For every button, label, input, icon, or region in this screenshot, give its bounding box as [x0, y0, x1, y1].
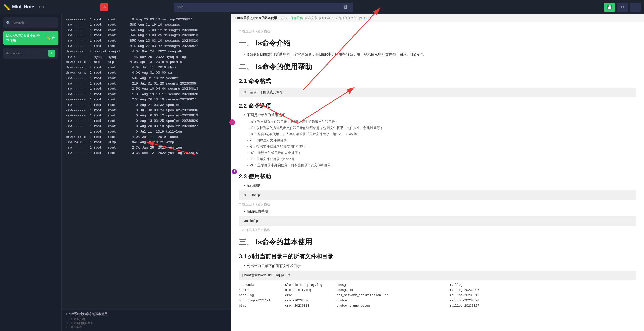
sidebar-note-item[interactable]: Linux系统之ls命令的基本使用 ✏️ 🗑: [3, 31, 58, 45]
opt-l: - `-l`：以长列表的方式列出文件和目录的详细信息，包括文件权限、文件大小、创…: [247, 125, 636, 131]
table-cell: maillog-20230820: [450, 298, 636, 303]
note-delete-icon[interactable]: 🗑: [52, 35, 55, 41]
editor-section1-bullet: ls命令是Linux操作系统中的一个常用命令，在Linux中是使用率较高，用于显…: [244, 51, 636, 58]
toc-item: 2.1 命令格式: [66, 325, 82, 328]
section2-2-intro: 下面是ls命令的常用选项: [244, 112, 636, 118]
note-edit-icon[interactable]: ✏️: [46, 35, 51, 41]
sidebar-search-input[interactable]: [13, 21, 55, 25]
editor-section2-2-heading: 2.2 命令选项: [239, 101, 636, 111]
content-area: -rw------- 1 root root 0 Aug 20 03:10 ma…: [62, 14, 644, 331]
topbar-search-input[interactable]: [177, 5, 342, 9]
section2-title: ls命令的使用帮助: [256, 61, 312, 73]
editor-user: jks212454: [319, 16, 333, 20]
more-button[interactable]: ⋯: [630, 3, 641, 12]
editor-topbar: Linux系统之ls命令的基本使用 17/100 保存草稿 发布文章 jks21…: [231, 14, 644, 22]
editor-action-draft[interactable]: 保存草稿: [291, 16, 303, 20]
search-icon: 🔍: [6, 21, 11, 25]
table-cell: cloud-init.log: [285, 288, 337, 293]
editor-section2-heading: 二、 ls命令的使用帮助: [239, 61, 636, 73]
table-cell: maillog-20230806: [450, 288, 636, 293]
file-line: -rw------- 1 root root 84K Aug 13 03:25 …: [66, 33, 227, 38]
table-cell: audit: [239, 288, 285, 293]
editor-img-placeholder-2: ☐ 在这里插入图片描述: [239, 202, 636, 207]
file-line: -rw------- 1 root root 53K Aug 31 18:22 …: [66, 76, 227, 81]
table-row-4: boot.log-20221121 cron-20230806 grubby m…: [239, 298, 636, 303]
add-note-input[interactable]: [6, 51, 46, 55]
editor-img-placeholder-3: ☐ 在这里插入图片描述: [239, 227, 636, 233]
app-logo: ✏️ Mini_Note BETA: [3, 4, 44, 11]
table-row-2: audit cloud-init.log dmesg.old maillog-2…: [239, 288, 636, 293]
section1-title: ls命令介绍: [256, 37, 291, 49]
file-line: -rw------- 1 root root 0 Aug 20 03:10 sp…: [66, 124, 227, 129]
editor-doc-title: Linux系统之ls命令的基本使用: [235, 16, 277, 20]
section2-num: 二、: [239, 61, 253, 73]
section2-2-title: 2.2 命令选项: [239, 101, 271, 111]
file-line: -rw------- 1 root root 87K Aug 27 03:32 …: [66, 44, 227, 49]
editor-progress: 17/100: [279, 16, 288, 20]
file-line: -rw------- 1 root root 0 Jul 11 2019 tal…: [66, 129, 227, 135]
file-panel: -rw------- 1 root root 0 Aug 20 03:10 ma…: [62, 14, 231, 331]
file-line: -rw------- 1 root root 0 Aug 6 03:12 spo…: [66, 113, 227, 118]
add-note-button[interactable]: +: [48, 50, 55, 57]
table-row-3: boot.log cron ecs_network_optimization.l…: [239, 293, 636, 298]
table-cell: boot.log: [239, 293, 285, 298]
section2-3-code1: ls --help: [239, 190, 636, 200]
editor-section3-heading: 三、 ls命令的基本使用: [239, 236, 636, 248]
file-line: drwxr-xr-x 2 root root 4.0K Jul 11 2019 …: [66, 65, 227, 70]
section2-3-bullet1: help帮助: [244, 183, 636, 189]
note-actions: ✏️ 🗑: [46, 35, 55, 41]
annotation-badge-2: 2: [232, 169, 237, 174]
editor-img-placeholder-1: ☐ 在这里插入图片描述: [239, 29, 636, 34]
refresh-button[interactable]: ↺: [617, 3, 628, 12]
file-line: -rw------- 1 root root 58K Aug 31 19:10 …: [66, 22, 227, 28]
table-cell: cron-20230813: [285, 303, 337, 308]
table-cell: boot.log-20221121: [239, 298, 285, 303]
topbar-search-container: 🗑: [174, 3, 353, 12]
table-cell: maillog-20230827: [450, 303, 636, 308]
file-line: drwxr-xr-x 2 root root 4.0K Jul 11 2019 …: [66, 135, 227, 140]
file-footer-title: Linux系统之ls命令的基本使用: [66, 312, 227, 316]
table-cell: cloudinit-deploy.log: [285, 282, 337, 288]
topbar: ✏️ Mini_Note BETA ✕ 🗑 💾 ↺ ⋯: [0, 0, 644, 14]
editor-content[interactable]: ☐ 在这里插入图片描述 一、 ls命令介绍 ls命令是Linux操作系统中的一个…: [231, 22, 644, 331]
save-button[interactable]: 💾: [604, 3, 615, 12]
table-cell: [393, 288, 450, 293]
section3-1-title: 3.1 列出当前目录中的所有文件和目录: [239, 252, 333, 261]
file-line: -rw------- 1 root root 0 Jul 30 03:24 sp…: [66, 108, 227, 113]
table-row-5: btmp cron-20230813 grubby_prune_debug ma…: [239, 303, 636, 308]
close-button[interactable]: ✕: [100, 3, 108, 11]
editor-action-publish[interactable]: 发布文章: [305, 16, 317, 20]
table-cell: dmesg: [337, 282, 393, 288]
section2-1-title: 2.1 命令格式: [239, 76, 271, 86]
opt-S: - `-S`：按照文件或目录的大小排序；: [247, 150, 636, 156]
file-line: -rw------- 1 root root 0 Aug 27 03:32 sp…: [66, 103, 227, 108]
table-cell: anaconda: [239, 282, 285, 288]
section3-1-bullet: 列出当前目录下的所有文件和目录: [244, 263, 636, 269]
table-cell: maillog: [450, 282, 636, 288]
sidebar-add-note[interactable]: +: [3, 48, 58, 59]
file-line: -rw------- 1 root root 3.3K Dec 2 2022 y…: [66, 151, 227, 156]
editor-section2-3-heading: 2.3 使用帮助: [239, 172, 636, 181]
section3-title: ls命令的基本使用: [256, 236, 312, 248]
file-line: -rw------- 1 root root 84K Aug 6 03:12 m…: [66, 28, 227, 33]
table-cell: [393, 298, 450, 303]
toc-item: 二、ls命令的使用帮助: [66, 321, 93, 325]
file-footer: Linux系统之ls命令的基本使用 一、ls命令介绍 二、ls命令的使用帮助 2…: [62, 310, 231, 331]
file-line: -rw------- 1 root root 0 Aug 20 03:10 ma…: [66, 17, 227, 22]
app-logo-icon: ✏️: [3, 4, 10, 11]
sidebar-search[interactable]: 🔍: [3, 17, 58, 28]
editor-section2-1-heading: 2.1 命令格式: [239, 76, 636, 86]
table-cell: [393, 303, 450, 308]
file-line: -rw-r----- 1 mysql mysql 14K Nov 25 2022…: [66, 54, 227, 60]
editor-file-note: 未选择任何文件: [335, 16, 357, 20]
topbar-trash-icon[interactable]: 🗑: [342, 3, 350, 11]
table-cell: ecs_network_optimization.log: [337, 293, 393, 298]
file-panel-content[interactable]: -rw------- 1 root root 0 Aug 20 03:10 ma…: [62, 14, 231, 310]
file-footer-toc: 一、ls命令介绍 二、ls命令的使用帮助 2.1 命令格式: [66, 317, 227, 329]
file-line: drwxr-xr-x 2 root root 4.0K Aug 31 00:00…: [66, 70, 227, 76]
opt-d: - `-d`：显示目录本身的信息，而不是目录下的文件和目录.: [247, 162, 636, 168]
section2-3-bullet2: man帮助手册: [244, 208, 636, 215]
topbar-right: 💾 ↺ ⋯: [604, 3, 641, 12]
table-cell: [393, 282, 450, 288]
section3-1-code: [root@server-01 log]# ls: [239, 271, 636, 280]
